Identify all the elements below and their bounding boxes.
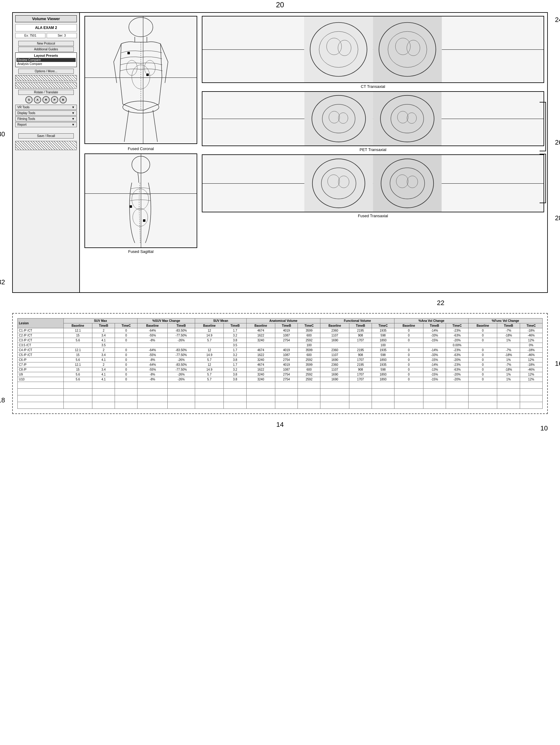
data-cell: 2360 (320, 362, 349, 367)
data-cell: 3.4 (92, 367, 115, 372)
data-cell: 14.9 (195, 333, 224, 338)
data-cell: 12.1 (63, 328, 92, 333)
data-cell: -63% (446, 353, 468, 358)
circle-r[interactable]: R (42, 96, 50, 103)
empty-cell (446, 402, 468, 409)
data-cell: 4.1 (92, 377, 115, 382)
data-cell: 4674 (246, 348, 275, 353)
data-cell: 0 (115, 358, 138, 362)
col-func-vol: Functional Volume (320, 319, 394, 323)
func-timec: TimeC (372, 323, 394, 328)
data-cell: 12 (195, 348, 224, 353)
empty-row (18, 402, 542, 409)
data-cell: -77.50% (167, 333, 195, 338)
additional-guides-btn[interactable]: Additional Guides (18, 47, 74, 52)
data-cell: 3240 (246, 358, 275, 362)
data-cell: 5.6 (63, 372, 92, 377)
data-cell: -18% (520, 328, 542, 333)
empty-cell (224, 395, 246, 402)
data-cell: 1690 (320, 372, 349, 377)
data-cell: 15 (63, 333, 92, 338)
data-cell: -14% (423, 362, 446, 367)
data-cell: 3.2 (224, 353, 246, 358)
circle-a[interactable]: A (34, 96, 41, 103)
circle-s[interactable]: S (25, 96, 33, 103)
circle-p[interactable]: P (51, 96, 58, 103)
filming-tools-btn[interactable]: Filming Tools ▼ (15, 116, 77, 122)
data-cell: 1935 (372, 328, 394, 333)
main-content: Fused Coronal (80, 13, 547, 292)
data-cell (246, 343, 275, 348)
circle-b[interactable]: B (60, 96, 67, 103)
data-cell: -46% (520, 353, 542, 358)
layout-analysis-compare[interactable]: Analysis Compare (16, 62, 76, 66)
table-row: C6 /P5.64.10-8%-26%5.73.8324027542592169… (18, 358, 542, 362)
data-cell: 3.8 (224, 372, 246, 377)
data-cell: 2195 (349, 362, 372, 367)
ref-24: 24 (555, 16, 560, 24)
data-cell: 1107 (320, 367, 349, 372)
col-pct-func-vol: %Func Vol Change (468, 319, 542, 323)
data-cell: 598 (372, 353, 394, 358)
data-cell: -15% (423, 338, 446, 343)
empty-cell (115, 389, 138, 395)
save-recall-btn[interactable]: Save / Recall (18, 133, 74, 138)
data-cell (320, 343, 349, 348)
empty-cell (320, 395, 349, 402)
data-cell: -20% (446, 338, 468, 343)
data-cell (468, 343, 497, 348)
table-row: U95.64.10-8%-26%5.73.8324027542592169017… (18, 372, 542, 377)
data-cell: -83.50% (167, 348, 195, 353)
empty-row (18, 389, 542, 395)
svg-point-4 (123, 101, 159, 113)
data-cell (195, 343, 224, 348)
table-row: C8 /P153.40-55%-77.50%14.93.216221087600… (18, 367, 542, 372)
data-cell: 1622 (246, 333, 275, 338)
data-cell: 0 (394, 377, 423, 382)
data-cell: 14.9 (195, 353, 224, 358)
pct-ana-timeb: TimeB (423, 323, 446, 328)
data-cell: 2195 (349, 328, 372, 333)
ref-10: 10 (540, 424, 548, 432)
svg-rect-11 (304, 17, 373, 83)
empty-cell (320, 389, 349, 395)
data-cell: -55% (138, 353, 167, 358)
rotate-translate-btn[interactable]: Rotate / Translate (18, 90, 74, 95)
lesion-cell: C5 /P /CT (18, 353, 64, 358)
empty-cell (138, 395, 167, 402)
empty-cell (520, 389, 542, 395)
new-protocol-btn[interactable]: New Protocol (18, 41, 74, 46)
col-pct-ana-vol: %Ana Vol Change (394, 319, 468, 323)
lesion-cell: U10 (18, 377, 64, 382)
empty-cell (18, 382, 64, 389)
data-cell: 1690 (320, 358, 349, 362)
data-cell: 4019 (275, 362, 298, 367)
data-cell: -55% (138, 333, 167, 338)
empty-cell (497, 389, 520, 395)
report-btn[interactable]: Report ▼ (15, 122, 77, 127)
data-cell: 0 (115, 367, 138, 372)
data-cell: 5.6 (63, 377, 92, 382)
options-more-btn[interactable]: Options / More... (18, 69, 74, 74)
data-cell: 1% (497, 338, 520, 343)
data-cell: 5.6 (63, 358, 92, 362)
empty-cell (275, 395, 298, 402)
data-cell: 1622 (246, 353, 275, 358)
empty-cell (468, 402, 497, 409)
pct-func-timeb: TimeB (497, 323, 520, 328)
data-cell: 5.7 (195, 372, 224, 377)
empty-cell (92, 402, 115, 409)
vr-tools-btn[interactable]: VR Tools ▼ (15, 105, 77, 110)
empty-cell (446, 389, 468, 395)
data-cell: 4674 (246, 362, 275, 367)
data-cell: 14.9 (195, 367, 224, 372)
empty-cell (298, 389, 320, 395)
display-tools-btn[interactable]: Display Tools ▼ (15, 110, 77, 116)
layout-review-compare[interactable]: Review Compare (16, 58, 76, 62)
empty-cell (394, 395, 423, 402)
svg-point-0 (129, 18, 153, 37)
empty-cell (468, 382, 497, 389)
data-cell: 4.1 (92, 358, 115, 362)
data-cell: -46% (520, 333, 542, 338)
data-cell: 0 (468, 377, 497, 382)
